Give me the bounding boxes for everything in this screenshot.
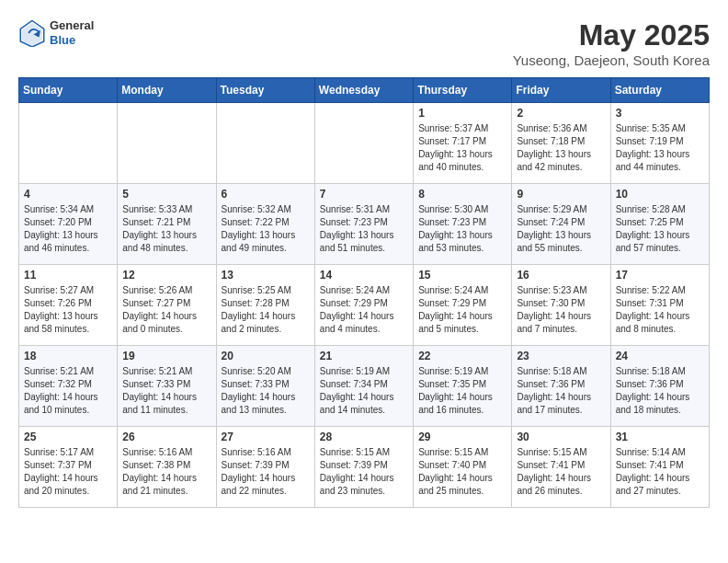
day-info: Sunrise: 5:15 AMSunset: 7:40 PMDaylight:… (418, 446, 506, 498)
calendar-cell: 14Sunrise: 5:24 AMSunset: 7:29 PMDayligh… (314, 265, 413, 346)
calendar-cell: 4Sunrise: 5:34 AMSunset: 7:20 PMDaylight… (19, 184, 118, 265)
day-number: 27 (222, 431, 310, 443)
day-info: Sunrise: 5:16 AMSunset: 7:38 PMDaylight:… (122, 446, 210, 498)
day-info: Sunrise: 5:36 AMSunset: 7:18 PMDaylight:… (517, 122, 605, 174)
calendar-cell: 6Sunrise: 5:32 AMSunset: 7:22 PMDaylight… (216, 184, 314, 265)
day-number: 13 (222, 269, 310, 282)
day-info: Sunrise: 5:26 AMSunset: 7:27 PMDaylight:… (122, 284, 210, 336)
logo-icon (18, 19, 46, 47)
day-number: 1 (418, 107, 506, 120)
day-number: 3 (616, 107, 704, 120)
day-number: 25 (24, 431, 112, 443)
title-block: May 2025 Yuseong, Daejeon, South Korea (513, 18, 710, 68)
calendar-week-row: 11Sunrise: 5:27 AMSunset: 7:26 PMDayligh… (19, 265, 710, 346)
day-info: Sunrise: 5:34 AMSunset: 7:20 PMDaylight:… (24, 203, 112, 255)
calendar-week-row: 18Sunrise: 5:21 AMSunset: 7:32 PMDayligh… (19, 346, 710, 427)
weekday-header-tuesday: Tuesday (216, 78, 314, 103)
day-number: 28 (320, 431, 408, 443)
day-info: Sunrise: 5:29 AMSunset: 7:24 PMDaylight:… (517, 203, 605, 255)
day-info: Sunrise: 5:35 AMSunset: 7:19 PMDaylight:… (616, 122, 704, 174)
day-number: 24 (616, 350, 704, 362)
weekday-header-wednesday: Wednesday (314, 78, 413, 103)
day-info: Sunrise: 5:18 AMSunset: 7:36 PMDaylight:… (616, 365, 704, 417)
calendar-cell: 16Sunrise: 5:23 AMSunset: 7:30 PMDayligh… (512, 265, 610, 346)
day-number: 11 (24, 269, 112, 282)
calendar-week-row: 4Sunrise: 5:34 AMSunset: 7:20 PMDaylight… (19, 184, 710, 265)
day-number: 15 (418, 269, 506, 282)
weekday-header-monday: Monday (118, 78, 216, 103)
logo-blue-text: Blue (50, 33, 94, 48)
calendar-cell: 28Sunrise: 5:15 AMSunset: 7:39 PMDayligh… (314, 427, 413, 508)
logo-general-text: General (50, 18, 94, 33)
calendar-cell: 31Sunrise: 5:14 AMSunset: 7:41 PMDayligh… (610, 427, 709, 508)
day-info: Sunrise: 5:33 AMSunset: 7:21 PMDaylight:… (122, 203, 210, 255)
calendar-cell: 12Sunrise: 5:26 AMSunset: 7:27 PMDayligh… (118, 265, 216, 346)
day-number: 10 (616, 188, 704, 201)
calendar-header-row: SundayMondayTuesdayWednesdayThursdayFrid… (19, 78, 710, 103)
day-info: Sunrise: 5:15 AMSunset: 7:41 PMDaylight:… (517, 446, 605, 498)
day-number: 4 (24, 188, 112, 201)
day-number: 8 (418, 188, 506, 201)
location-subtitle: Yuseong, Daejeon, South Korea (513, 52, 710, 68)
weekday-header-sunday: Sunday (19, 78, 118, 103)
logo-text: General Blue (50, 18, 94, 47)
day-number: 31 (616, 431, 704, 443)
calendar-cell: 21Sunrise: 5:19 AMSunset: 7:34 PMDayligh… (314, 346, 413, 427)
calendar-cell: 13Sunrise: 5:25 AMSunset: 7:28 PMDayligh… (216, 265, 314, 346)
day-number: 2 (517, 107, 605, 120)
calendar-cell: 10Sunrise: 5:28 AMSunset: 7:25 PMDayligh… (610, 184, 709, 265)
calendar-week-row: 1Sunrise: 5:37 AMSunset: 7:17 PMDaylight… (19, 103, 710, 184)
day-number: 7 (320, 188, 408, 201)
calendar-cell: 18Sunrise: 5:21 AMSunset: 7:32 PMDayligh… (19, 346, 118, 427)
day-number: 20 (222, 350, 310, 362)
day-info: Sunrise: 5:21 AMSunset: 7:33 PMDaylight:… (122, 365, 210, 417)
day-number: 9 (517, 188, 605, 201)
day-info: Sunrise: 5:20 AMSunset: 7:33 PMDaylight:… (222, 365, 310, 417)
day-info: Sunrise: 5:23 AMSunset: 7:30 PMDaylight:… (517, 284, 605, 336)
day-number: 19 (122, 350, 210, 362)
day-number: 29 (418, 431, 506, 443)
month-year-title: May 2025 (513, 18, 710, 52)
calendar-cell: 27Sunrise: 5:16 AMSunset: 7:39 PMDayligh… (216, 427, 314, 508)
page-header: General Blue May 2025 Yuseong, Daejeon, … (18, 18, 710, 68)
weekday-header-saturday: Saturday (610, 78, 709, 103)
calendar-cell: 29Sunrise: 5:15 AMSunset: 7:40 PMDayligh… (414, 427, 512, 508)
day-info: Sunrise: 5:21 AMSunset: 7:32 PMDaylight:… (24, 365, 112, 417)
day-number: 12 (122, 269, 210, 282)
day-info: Sunrise: 5:32 AMSunset: 7:22 PMDaylight:… (222, 203, 310, 255)
calendar-cell: 22Sunrise: 5:19 AMSunset: 7:35 PMDayligh… (414, 346, 512, 427)
calendar-cell (19, 103, 118, 184)
day-number: 5 (122, 188, 210, 201)
day-info: Sunrise: 5:17 AMSunset: 7:37 PMDaylight:… (24, 446, 112, 498)
day-number: 17 (616, 269, 704, 282)
day-info: Sunrise: 5:19 AMSunset: 7:34 PMDaylight:… (320, 365, 408, 417)
day-info: Sunrise: 5:15 AMSunset: 7:39 PMDaylight:… (320, 446, 408, 498)
calendar-cell: 15Sunrise: 5:24 AMSunset: 7:29 PMDayligh… (414, 265, 512, 346)
day-number: 18 (24, 350, 112, 362)
day-number: 26 (122, 431, 210, 443)
day-info: Sunrise: 5:24 AMSunset: 7:29 PMDaylight:… (418, 284, 506, 336)
day-info: Sunrise: 5:30 AMSunset: 7:23 PMDaylight:… (418, 203, 506, 255)
day-info: Sunrise: 5:22 AMSunset: 7:31 PMDaylight:… (616, 284, 704, 336)
day-info: Sunrise: 5:25 AMSunset: 7:28 PMDaylight:… (222, 284, 310, 336)
day-info: Sunrise: 5:28 AMSunset: 7:25 PMDaylight:… (616, 203, 704, 255)
day-number: 30 (517, 431, 605, 443)
calendar-cell (118, 103, 216, 184)
calendar-cell: 23Sunrise: 5:18 AMSunset: 7:36 PMDayligh… (512, 346, 610, 427)
calendar-cell: 19Sunrise: 5:21 AMSunset: 7:33 PMDayligh… (118, 346, 216, 427)
day-number: 21 (320, 350, 408, 362)
calendar-cell: 25Sunrise: 5:17 AMSunset: 7:37 PMDayligh… (19, 427, 118, 508)
calendar-cell (314, 103, 413, 184)
day-number: 6 (222, 188, 310, 201)
calendar-week-row: 25Sunrise: 5:17 AMSunset: 7:37 PMDayligh… (19, 427, 710, 508)
logo: General Blue (18, 18, 94, 47)
calendar-cell: 9Sunrise: 5:29 AMSunset: 7:24 PMDaylight… (512, 184, 610, 265)
calendar-cell: 26Sunrise: 5:16 AMSunset: 7:38 PMDayligh… (118, 427, 216, 508)
calendar-cell: 7Sunrise: 5:31 AMSunset: 7:23 PMDaylight… (314, 184, 413, 265)
weekday-header-friday: Friday (512, 78, 610, 103)
calendar-cell: 20Sunrise: 5:20 AMSunset: 7:33 PMDayligh… (216, 346, 314, 427)
day-info: Sunrise: 5:24 AMSunset: 7:29 PMDaylight:… (320, 284, 408, 336)
calendar-cell: 24Sunrise: 5:18 AMSunset: 7:36 PMDayligh… (610, 346, 709, 427)
day-number: 22 (418, 350, 506, 362)
day-info: Sunrise: 5:37 AMSunset: 7:17 PMDaylight:… (418, 122, 506, 174)
